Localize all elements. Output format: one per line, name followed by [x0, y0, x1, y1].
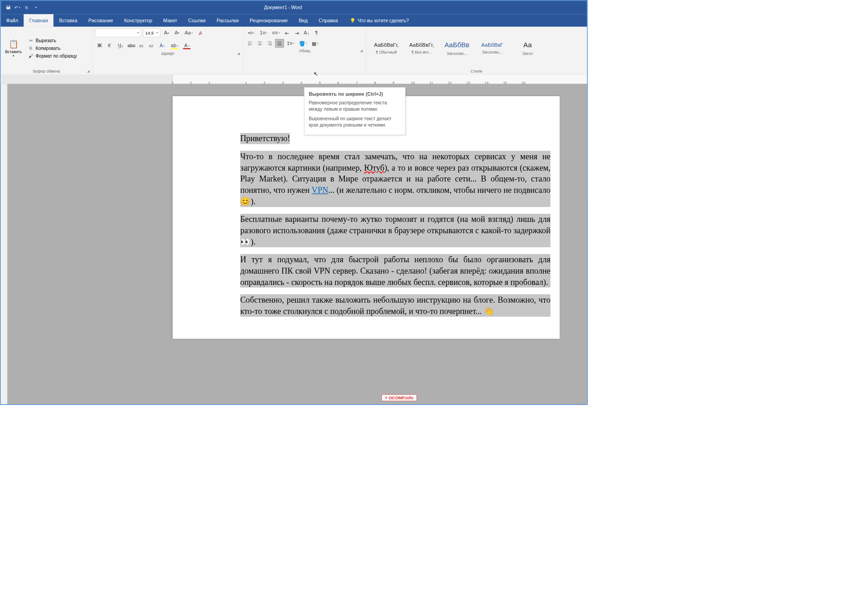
clipboard-dialog-launcher[interactable]: ◢: [87, 69, 89, 73]
paste-icon: 📋: [9, 39, 19, 49]
tab-file[interactable]: Файл: [0, 14, 24, 27]
clear-formatting-button[interactable]: A̷: [196, 29, 205, 37]
tab-references[interactable]: Ссылки: [183, 14, 211, 27]
style-normal[interactable]: АаБбВвГг, ¶ Обычный: [368, 29, 404, 68]
cut-button[interactable]: ✂ Вырезать: [26, 37, 78, 44]
numbering-button[interactable]: 1≡▾: [258, 29, 269, 37]
horizontal-ruler[interactable]: 321 12345678910111213141516: [0, 75, 587, 84]
strikethrough-button[interactable]: abc: [127, 41, 136, 50]
tab-design[interactable]: Конструктор: [119, 14, 158, 27]
paragraph-dialog-launcher[interactable]: ◢: [360, 49, 363, 53]
group-label-paragraph: Абзац ◢: [246, 48, 363, 54]
copy-icon: ⎘: [28, 46, 34, 51]
highlight-button[interactable]: ab▾: [169, 41, 180, 50]
subscript-button[interactable]: x2: [137, 41, 146, 50]
save-button[interactable]: [4, 2, 13, 13]
sort-button[interactable]: A↓: [302, 29, 311, 37]
redo-button[interactable]: ↻: [22, 2, 31, 13]
tooltip-title: Выровнять по ширине (Ctrl+J): [309, 91, 401, 97]
spelling-error[interactable]: Ютуб: [364, 163, 384, 172]
doc-paragraph-2[interactable]: Что-то в последнее время стал замечать, …: [240, 151, 550, 207]
font-color-button[interactable]: A▾: [181, 41, 192, 50]
grow-font-button[interactable]: A▴: [162, 29, 171, 37]
undo-button[interactable]: ↶▾: [13, 2, 22, 13]
group-styles: АаБбВвГг, ¶ Обычный АаБбВвГг, ¶ Без инт.…: [366, 27, 587, 74]
font-size-combo[interactable]: 14,5▾: [143, 29, 160, 37]
group-font: ▾ 14,5▾ A▴ A▾ Aa▾ A̷ Ж К Ч▾ abc x2 x2 A▾…: [93, 27, 243, 74]
tab-help[interactable]: Справка: [313, 14, 343, 27]
paste-label: Вставить: [5, 49, 22, 54]
underline-button[interactable]: Ч▾: [115, 41, 126, 50]
tab-insert[interactable]: Вставка: [54, 14, 83, 27]
style-title[interactable]: Аа Загол: [510, 29, 545, 68]
vertical-ruler[interactable]: [0, 84, 7, 404]
align-left-button[interactable]: [246, 39, 255, 48]
style-heading2[interactable]: АаБбВвГ Заголово...: [475, 29, 510, 68]
tab-draw[interactable]: Рисование: [83, 14, 119, 27]
align-right-icon: [267, 41, 272, 45]
format-painter-button[interactable]: 🖌 Формат по образцу: [26, 53, 78, 59]
title-bar: ↶▾ ↻ ▾ Документ1 - Word: [0, 0, 587, 14]
quick-access-toolbar: ↶▾ ↻ ▾: [0, 2, 40, 13]
tab-view[interactable]: Вид: [293, 14, 313, 27]
ribbon-tabs: Файл Главная Вставка Рисование Конструкт…: [0, 14, 587, 27]
align-right-button[interactable]: [265, 39, 274, 48]
vpn-link[interactable]: VPN: [312, 186, 329, 195]
superscript-button[interactable]: x2: [147, 41, 156, 50]
group-clipboard: 📋 Вставить ▾ ✂ Вырезать ⎘ Копировать 🖌 Ф…: [0, 27, 93, 74]
style-heading1[interactable]: АаБбВв Заголово...: [439, 29, 475, 68]
copy-button[interactable]: ⎘ Копировать: [26, 45, 78, 52]
font-dialog-launcher[interactable]: ◢: [237, 51, 240, 55]
tell-me-label: Что вы хотите сделать?: [358, 18, 409, 23]
group-label-clipboard: Буфер обмена ◢: [3, 68, 90, 74]
align-center-button[interactable]: [255, 39, 264, 48]
line-spacing-button[interactable]: ‡≡▾: [285, 39, 296, 48]
justify-tooltip: Выровнять по ширине (Ctrl+J) Равномерное…: [304, 87, 405, 135]
group-label-styles: Стили: [368, 68, 584, 74]
group-paragraph: •≡▾ 1≡▾ ≡≡▾ ⇤ ⇥ A↓ ¶: [243, 27, 366, 74]
borders-button[interactable]: ▦▾: [309, 39, 320, 48]
tell-me-search[interactable]: 💡 Что вы хотите сделать?: [350, 14, 409, 27]
doc-paragraph-5[interactable]: Собственно, решил также выложить небольш…: [240, 294, 550, 317]
paste-button[interactable]: 📋 Вставить ▾: [3, 29, 24, 68]
brush-icon: 🖌: [28, 54, 34, 59]
doc-paragraph-3[interactable]: Бесплатные варианты почему-то жутко торм…: [240, 214, 550, 247]
shrink-font-button[interactable]: A▾: [172, 29, 181, 37]
show-marks-button[interactable]: ¶: [312, 29, 321, 37]
tab-layout[interactable]: Макет: [158, 14, 183, 27]
align-center-icon: [257, 41, 262, 45]
bold-button[interactable]: Ж: [95, 41, 104, 50]
increase-indent-button[interactable]: ⇥: [293, 29, 301, 37]
tooltip-line2: Выровненный по ширине текст делает края …: [309, 115, 401, 128]
watermark-badge: + OCOMP.info: [382, 394, 417, 401]
text-effects-button[interactable]: A▾: [157, 41, 167, 50]
scissors-icon: ✂: [28, 38, 34, 43]
multilevel-list-button[interactable]: ≡≡▾: [270, 29, 281, 37]
qat-customize[interactable]: ▾: [31, 2, 40, 13]
doc-paragraph-1[interactable]: Приветствую!: [240, 133, 290, 144]
font-name-combo[interactable]: ▾: [95, 29, 142, 37]
change-case-button[interactable]: Aa▾: [183, 29, 194, 37]
style-no-spacing[interactable]: АаБбВвГг, ¶ Без инт...: [404, 29, 439, 68]
tab-mailings[interactable]: Рассылки: [211, 14, 244, 27]
shading-button[interactable]: 🪣▾: [297, 39, 308, 48]
justify-icon: [277, 41, 282, 45]
tab-home[interactable]: Главная: [24, 14, 54, 27]
bullets-button[interactable]: •≡▾: [246, 29, 257, 37]
window-title: Документ1 - Word: [40, 5, 525, 10]
align-left-icon: [248, 41, 253, 45]
lightbulb-icon: 💡: [350, 18, 356, 23]
decrease-indent-button[interactable]: ⇤: [283, 29, 291, 37]
document-area: Приветствую! Что-то в последнее время ст…: [0, 84, 587, 404]
italic-button[interactable]: К: [105, 41, 114, 50]
tooltip-line1: Равномерное распределение текста между л…: [309, 99, 401, 112]
doc-paragraph-4[interactable]: И тут я подумал, что для быстрой работы …: [240, 254, 550, 288]
group-label-font: Шрифт ◢: [95, 50, 240, 56]
justify-button[interactable]: [275, 39, 284, 48]
ribbon: 📋 Вставить ▾ ✂ Вырезать ⎘ Копировать 🖌 Ф…: [0, 27, 587, 75]
tab-review[interactable]: Рецензирование: [244, 14, 293, 27]
save-icon: [6, 5, 11, 10]
